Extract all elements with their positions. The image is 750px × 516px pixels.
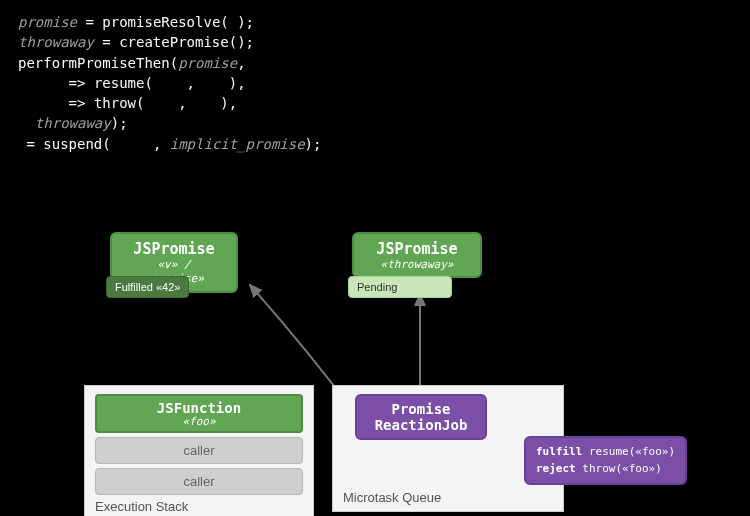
code-fn: suspend <box>43 136 102 152</box>
code-open: ( <box>170 55 178 71</box>
code-indent <box>18 115 35 131</box>
code-indent <box>18 75 69 91</box>
code-arg: implicit_promise <box>170 136 305 152</box>
detail-reject: reject throw(«foo») <box>536 461 675 478</box>
code-block: promise = promiseResolve( ); throwaway =… <box>0 0 750 162</box>
code-rest: ( , ), <box>144 75 245 91</box>
code-close: , <box>237 55 245 71</box>
detail-reject-label: reject <box>536 462 576 475</box>
promise-state-fulfilled: Fulfilled «42» <box>106 276 189 298</box>
promise-subtitle: «throwaway» <box>368 258 466 272</box>
code-arrow: => <box>69 95 94 111</box>
code-var: promise <box>18 14 77 30</box>
promise-state-pending: Pending <box>348 276 452 298</box>
stack-frame-top: JSFunction «foo» <box>95 394 303 433</box>
stack-top-sub: «foo» <box>101 416 297 428</box>
code-assign: = <box>94 34 119 50</box>
diagram-area: JSPromise «v» / «promise» Fulfilled «42»… <box>0 220 750 516</box>
promise-title: JSPromise <box>368 240 466 258</box>
detail-fulfill-fn: resume(«foo») <box>582 445 675 458</box>
stack-frame: caller <box>95 468 303 495</box>
job-line2: ReactionJob <box>367 417 475 433</box>
stack-top-title: JSFunction <box>101 401 297 416</box>
code-open: ( , <box>102 136 169 152</box>
execution-stack: JSFunction «foo» caller caller Execution… <box>84 385 314 516</box>
execution-stack-label: Execution Stack <box>95 499 303 514</box>
code-var: throwaway <box>35 115 111 131</box>
promise-reaction-job: Promise ReactionJob <box>355 394 487 440</box>
code-var: throwaway <box>18 34 94 50</box>
detail-fulfill: fulfill resume(«foo») <box>536 444 675 461</box>
code-rest: (); <box>229 34 254 50</box>
code-rest: ); <box>111 115 128 131</box>
promise-object-2: JSPromise «throwaway» <box>352 232 482 278</box>
reaction-detail: fulfill resume(«foo») reject throw(«foo»… <box>524 436 687 485</box>
code-rest: ( ); <box>220 14 254 30</box>
code-rest: ( , ), <box>136 95 237 111</box>
code-fn: createPromise <box>119 34 229 50</box>
promise-title: JSPromise <box>126 240 222 258</box>
code-rest: ); <box>305 136 322 152</box>
code-indent <box>18 95 69 111</box>
detail-fulfill-label: fulfill <box>536 445 582 458</box>
stack-frame: caller <box>95 437 303 464</box>
code-assign: = <box>77 14 102 30</box>
code-fn: throw <box>94 95 136 111</box>
code-fn: performPromiseThen <box>18 55 170 71</box>
code-arrow: => <box>69 75 94 91</box>
job-line1: Promise <box>367 401 475 417</box>
code-fn: promiseResolve <box>102 14 220 30</box>
code-eq: = <box>18 136 43 152</box>
microtask-queue-label: Microtask Queue <box>343 490 441 505</box>
code-fn: resume <box>94 75 145 91</box>
code-arg: promise <box>178 55 237 71</box>
detail-reject-fn: throw(«foo») <box>576 462 662 475</box>
